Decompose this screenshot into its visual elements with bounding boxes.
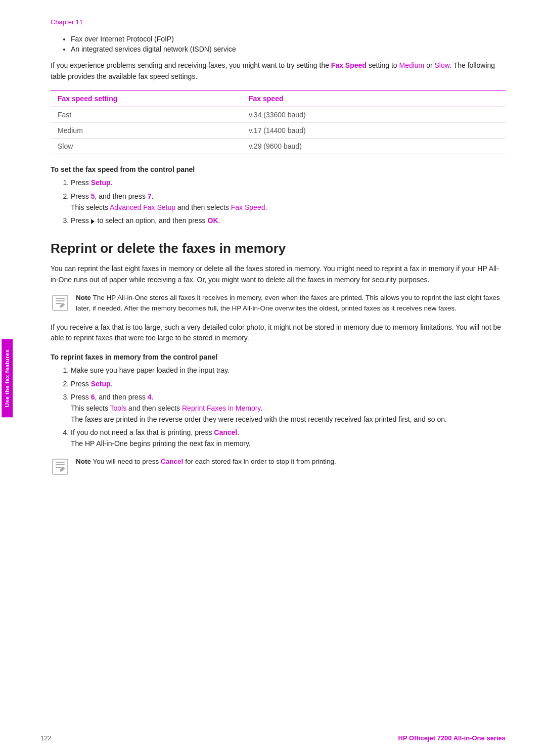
sidebar-tab: Use the fax features <box>2 339 13 417</box>
reprint-faxes-highlight: Reprint Faxes in Memory <box>182 404 260 412</box>
table-row: Medium v.17 (14400 baud) <box>51 123 506 139</box>
table-row: Slow v.29 (9600 baud) <box>51 139 506 154</box>
step-item: Press to select an option, and then pres… <box>71 215 506 227</box>
table-header-speed: Fax speed <box>242 91 506 107</box>
6-highlight: 6 <box>91 393 95 401</box>
main-section-title: Reprint or delete the faxes in memory <box>51 241 506 256</box>
table-row: Fast v.34 (33600 baud) <box>51 107 506 123</box>
5-highlight: 5 <box>91 192 95 200</box>
sidebar-label: Use the fax features <box>4 349 10 407</box>
control-panel-heading: To set the fax speed from the control pa… <box>51 165 506 173</box>
setup-highlight: Setup <box>91 179 111 187</box>
bullet-list: Fax over Internet Protocol (FoIP) An int… <box>71 35 506 53</box>
note-text-2: Note You will need to press Cancel for e… <box>76 457 336 467</box>
svg-rect-3 <box>56 303 62 304</box>
table-cell-setting: Slow <box>51 139 242 154</box>
note-icon-2 <box>51 457 70 476</box>
svg-rect-6 <box>56 464 65 465</box>
svg-rect-2 <box>56 300 65 301</box>
tools-highlight: Tools <box>110 404 127 412</box>
table-cell-speed: v.34 (33600 baud) <box>242 107 506 123</box>
fax-speed-table: Fax speed setting Fax speed Fast v.34 (3… <box>51 90 506 154</box>
table-cell-setting: Fast <box>51 107 242 123</box>
note-box-1: Note The HP All-in-One stores all faxes … <box>51 293 506 314</box>
footer: 122 HP Officejet 7200 All-in-One series <box>40 734 506 742</box>
advanced-fax-highlight: Advanced Fax Setup <box>110 203 175 211</box>
page-number: 122 <box>40 734 52 742</box>
setup-highlight-2: Setup <box>91 380 111 388</box>
reprint-steps: Make sure you have paper loaded in the i… <box>71 365 506 450</box>
svg-rect-1 <box>56 298 65 299</box>
medium-highlight: Medium <box>399 61 424 69</box>
note-box-2: Note You will need to press Cancel for e… <box>51 457 506 476</box>
step-item: If you do not need a fax that is printin… <box>71 427 506 449</box>
table-cell-speed: v.29 (9600 baud) <box>242 139 506 154</box>
table-cell-setting: Medium <box>51 123 242 139</box>
svg-rect-7 <box>56 467 62 468</box>
svg-rect-5 <box>56 462 65 463</box>
intro-paragraph: If you experience problems sending and r… <box>51 60 506 82</box>
page: Use the fax features Chapter 11 Fax over… <box>0 0 546 756</box>
step-item: Press 6, and then press 4. This selects … <box>71 392 506 425</box>
arrow-icon <box>91 219 95 224</box>
7-highlight: 7 <box>148 192 152 200</box>
product-name: HP Officejet 7200 All-in-One series <box>398 734 506 742</box>
fax-speed-step-highlight: Fax Speed <box>231 203 265 211</box>
4-highlight: 4 <box>148 393 152 401</box>
step-item: Press 5, and then press 7. This selects … <box>71 191 506 213</box>
chapter-label: Chapter 11 <box>51 18 506 26</box>
ok-highlight: OK <box>208 216 218 225</box>
cancel-highlight: Cancel <box>214 428 237 436</box>
control-panel-steps: Press Setup. Press 5, and then press 7. … <box>71 177 506 227</box>
note-icon-1 <box>51 293 70 313</box>
step-item: Press Setup. <box>71 379 506 390</box>
list-item: Fax over Internet Protocol (FoIP) <box>71 35 506 43</box>
section-para1: You can reprint the last eight faxes in … <box>51 263 506 285</box>
reprint-heading: To reprint faxes in memory from the cont… <box>51 353 506 361</box>
fax-speed-highlight: Fax Speed <box>331 61 367 69</box>
note-text-1: Note The HP All-in-One stores all faxes … <box>76 293 506 314</box>
table-cell-speed: v.17 (14400 baud) <box>242 123 506 139</box>
table-header-setting: Fax speed setting <box>51 91 242 107</box>
step-item: Make sure you have paper loaded in the i… <box>71 365 506 376</box>
cancel-highlight-2: Cancel <box>161 458 183 465</box>
step-item: Press Setup. <box>71 177 506 189</box>
list-item: An integrated services digital network (… <box>71 45 506 53</box>
main-content: Chapter 11 Fax over Internet Protocol (F… <box>51 18 506 476</box>
slow-highlight: Slow <box>435 61 450 69</box>
section-para2: If you receive a fax that is too large, … <box>51 322 506 344</box>
sidebar-tab-container: Use the fax features <box>0 0 14 756</box>
